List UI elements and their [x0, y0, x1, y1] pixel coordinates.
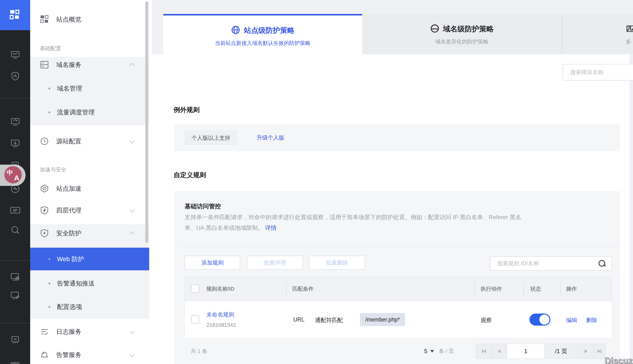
sidebar-item-log-service[interactable]: 日志服务: [30, 324, 149, 339]
edgeone-web-protection-page: IP 中 A 站点概览 基础配置: [0, 0, 633, 364]
rule-search-input[interactable]: [496, 260, 598, 267]
monitor-chart-icon[interactable]: [0, 48, 30, 62]
sidebar-item-domain-service[interactable]: 域名服务: [30, 58, 149, 72]
translate-icon[interactable]: 中 A: [4, 166, 22, 184]
origin-config-icon: [40, 136, 49, 146]
chevron-down-icon: [430, 350, 434, 353]
chevron-up-icon: [130, 232, 135, 237]
column-divider: [524, 282, 524, 296]
pager-next-button[interactable]: [578, 344, 594, 358]
sidebar-item-label: Web 防护: [57, 255, 84, 263]
upgrade-plan-link[interactable]: 升级个人版: [257, 131, 284, 144]
pager-first-button[interactable]: [476, 344, 492, 358]
security-protection-icon: [40, 228, 49, 238]
column-divider: [475, 282, 475, 296]
bullet-icon: [48, 88, 50, 89]
rail-divider: [0, 323, 30, 324]
tab-subtitle: 多: [626, 38, 631, 45]
ip-icon[interactable]: IP: [0, 204, 30, 217]
discuz-watermark: Discuz!: [604, 356, 633, 364]
sidebar-item-label: 日志服务: [56, 328, 81, 336]
sidebar-item-security-protection[interactable]: 安全防护: [30, 226, 149, 240]
module-description-line1: 支持单一条件匹配请求，对命中的请求进行处置或观察，适用于简单场景下的防护处置。例…: [185, 212, 521, 222]
row-checkbox[interactable]: [191, 316, 199, 324]
pagination-total: 共 1 条: [191, 344, 207, 359]
tab-subtitle: 当前站点新接入域名默认生效的防护策略: [215, 40, 310, 46]
sidebar-item-web-protection-selected[interactable]: Web 防护: [30, 248, 149, 270]
bullet-icon: [48, 258, 50, 260]
sidebar-item-config-options[interactable]: 配置选项: [30, 300, 149, 314]
rules-table: 规则名称/ID 匹配条件 执行动作 状态 操作 未命名规则 2181081542…: [184, 276, 612, 338]
module-description-line2: 单、UA 黑白名单或地域限制。详情: [185, 222, 277, 233]
rule-enabled-toggle[interactable]: [530, 314, 550, 326]
sidebar-item-label: 站点概览: [56, 15, 81, 24]
sidebar-item-label: 域名服务: [56, 60, 81, 69]
sidebar-item-label: 告警通知推送: [57, 279, 95, 288]
monitor-edit-icon[interactable]: [0, 289, 30, 302]
chevron-down-icon: [130, 352, 135, 357]
exception-rules-panel: 个人版以上支持 升级个人版: [174, 124, 620, 151]
module-search-input[interactable]: [570, 69, 633, 76]
exception-rules-heading: 例外规则: [174, 106, 200, 114]
sidebar-item-alert-push[interactable]: 告警通知推送: [30, 276, 149, 290]
select-all-checkbox[interactable]: [191, 284, 199, 293]
sidebar-item-site-acceleration[interactable]: 站点加速: [30, 181, 149, 196]
tab-site-level-policy[interactable]: 站点级防护策略 当前站点新接入域名默认生效的防护策略: [163, 14, 362, 56]
server-icon[interactable]: [0, 333, 30, 346]
table-row: 未命名规则 2181081542 URL 通配符匹配 /member.php* …: [185, 301, 612, 338]
shield-pulse-icon[interactable]: [0, 69, 30, 83]
batch-delete-button[interactable]: 批量删除: [309, 256, 365, 270]
column-divider: [286, 282, 286, 296]
delete-link[interactable]: 删除: [586, 316, 597, 324]
tab-clipped-right[interactable]: 匹 多: [562, 14, 633, 54]
svg-text:www: www: [432, 27, 438, 30]
chevron-up-icon: [130, 63, 135, 68]
search-icon[interactable]: [598, 260, 606, 267]
tab-domain-level-policy[interactable]: www 域名级防护策略 域名差异化的防护策略: [362, 14, 562, 54]
sidebar-item-label: 安全防护: [56, 229, 81, 238]
match-value-tag: /member.php*: [360, 313, 405, 326]
globe-icon: [231, 25, 240, 36]
site-overview-icon: [40, 15, 49, 24]
monitor-download-icon[interactable]: [0, 136, 30, 150]
translate-zh-glyph: 中: [7, 168, 13, 177]
pager-last-button[interactable]: [594, 344, 606, 358]
sidebar-item-traffic-scheduling[interactable]: 流量调度管理: [30, 105, 149, 120]
dashboard-icon[interactable]: [0, 0, 30, 30]
rule-name-link[interactable]: 未命名规则: [206, 311, 234, 318]
sidebar-section-label-basic-config: 基础配置: [40, 45, 61, 52]
sidebar-item-l4-proxy[interactable]: 四层代理: [30, 203, 149, 218]
tab-title: 站点级防护策略: [244, 26, 294, 36]
alarm-service-icon: [40, 350, 49, 360]
custom-rules-heading: 自定义规则: [174, 171, 206, 179]
sidebar-item-label: 站点加速: [56, 184, 81, 193]
search-icon[interactable]: [0, 224, 30, 237]
sidebar-item-label: 源站配置: [56, 137, 81, 146]
sidebar-item-label: 告警服务: [56, 351, 81, 359]
batch-disable-button[interactable]: 批量停用: [247, 256, 303, 270]
bullet-icon: [48, 112, 50, 113]
bullet-icon: [48, 306, 50, 308]
edit-link[interactable]: 编辑: [566, 316, 577, 324]
add-rule-button[interactable]: 添加规则: [185, 256, 240, 270]
pager-total-pages: /1 页: [545, 344, 578, 358]
col-header-status: 状态: [530, 276, 541, 301]
module-search-box: [562, 64, 633, 80]
details-link[interactable]: 详情: [265, 224, 277, 232]
sidebar-scrollbar[interactable]: [145, 2, 148, 243]
monitor-sync-icon[interactable]: [0, 115, 30, 129]
monitor-gear-icon[interactable]: [0, 270, 30, 284]
sidebar-item-origin-config[interactable]: 源站配置: [30, 134, 149, 148]
pager-prev-button[interactable]: [492, 344, 507, 358]
sidebar-item-domain-management[interactable]: 域名管理: [30, 81, 149, 96]
page-size-value: 5: [424, 348, 427, 354]
chevron-down-icon: [130, 328, 135, 334]
page-size-select[interactable]: 5 条 / 页: [424, 344, 454, 359]
pager-current-page[interactable]: 1: [507, 344, 545, 358]
log-service-icon: [40, 327, 49, 336]
rail-divider: [0, 98, 30, 98]
sidebar-item-site-overview[interactable]: 站点概览: [30, 12, 149, 26]
col-header-match-condition: 匹配条件: [292, 276, 314, 301]
sidebar-item-alarm-service[interactable]: 告警服务: [30, 348, 149, 362]
page-size-unit: 条 / 页: [439, 348, 454, 355]
